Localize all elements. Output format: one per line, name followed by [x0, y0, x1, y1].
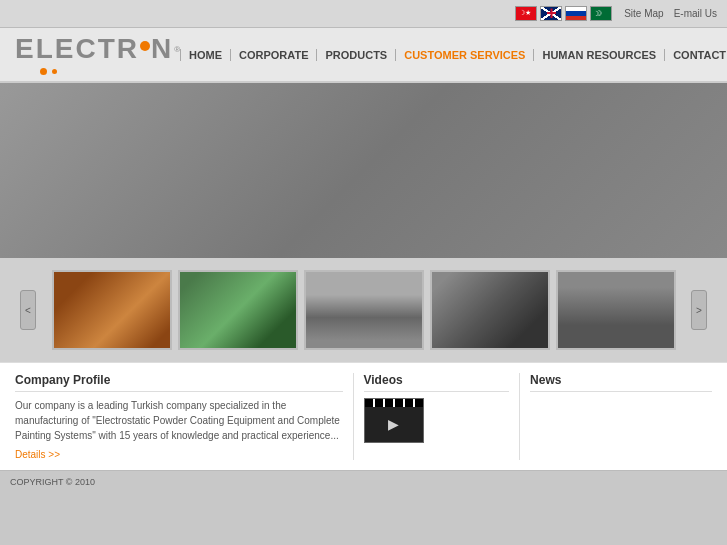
gallery-strip: < >: [0, 258, 727, 362]
company-profile-body: Our company is a leading Turkish company…: [15, 398, 343, 443]
flag-english[interactable]: [540, 6, 562, 21]
top-links: Site Map E-mail Us: [624, 8, 717, 19]
logo-n: N: [151, 33, 173, 65]
gallery-image-4[interactable]: [430, 270, 550, 350]
logo-area: ELECTR N ®: [0, 33, 180, 76]
gallery-next-button[interactable]: >: [691, 290, 707, 330]
header: ELECTR N ® HOME CORPORATE PRODUCTS CUSTO…: [0, 28, 727, 83]
flag-russian[interactable]: [565, 6, 587, 21]
dot-2: [52, 69, 57, 74]
nav-products[interactable]: PRODUCTS: [316, 49, 395, 61]
details-link[interactable]: Details >>: [15, 449, 343, 460]
company-profile: Company Profile Our company is a leading…: [15, 373, 354, 460]
site-map-link[interactable]: Site Map: [624, 8, 663, 19]
logo-orange-ball-top: [140, 41, 150, 51]
nav-contact-us[interactable]: CONTACT US: [664, 49, 727, 61]
video-thumbnail[interactable]: [364, 398, 424, 443]
dot-1: [40, 68, 47, 75]
flags: ☽: [515, 6, 612, 21]
nav-home[interactable]: HOME: [180, 49, 230, 61]
hero-banner: [0, 83, 727, 258]
flag-arabic[interactable]: ☽: [590, 6, 612, 21]
footer-copyright: COPYRIGHT © 2010: [10, 477, 95, 487]
gallery-prev-button[interactable]: <: [20, 290, 36, 330]
logo-wrapper[interactable]: ELECTR N ®: [15, 33, 180, 65]
gallery-image-3[interactable]: [304, 270, 424, 350]
nav-human-resources[interactable]: HUMAN RESOURCES: [533, 49, 664, 61]
nav-bar: HOME CORPORATE PRODUCTS CUSTOMER SERVICE…: [180, 49, 727, 61]
hero-image: [0, 83, 727, 258]
logo-decorative-dots: [40, 67, 180, 76]
news-section: News: [530, 373, 712, 460]
nav-corporate[interactable]: CORPORATE: [230, 49, 316, 61]
gallery-image-1[interactable]: [52, 270, 172, 350]
videos-title: Videos: [364, 373, 510, 392]
gallery-image-5[interactable]: [556, 270, 676, 350]
videos-section: Videos: [364, 373, 521, 460]
company-profile-title: Company Profile: [15, 373, 343, 392]
flag-turkish[interactable]: [515, 6, 537, 21]
email-link[interactable]: E-mail Us: [674, 8, 717, 19]
top-bar: ☽ Site Map E-mail Us: [0, 0, 727, 28]
news-title: News: [530, 373, 712, 392]
gallery-image-2[interactable]: [178, 270, 298, 350]
footer: COPYRIGHT © 2010: [0, 470, 727, 492]
gallery-images: [36, 270, 691, 350]
logo-text: ELECTR: [15, 33, 139, 65]
nav-customer-services[interactable]: CUSTOMER SERVICES: [395, 49, 533, 61]
content-section: Company Profile Our company is a leading…: [0, 362, 727, 470]
